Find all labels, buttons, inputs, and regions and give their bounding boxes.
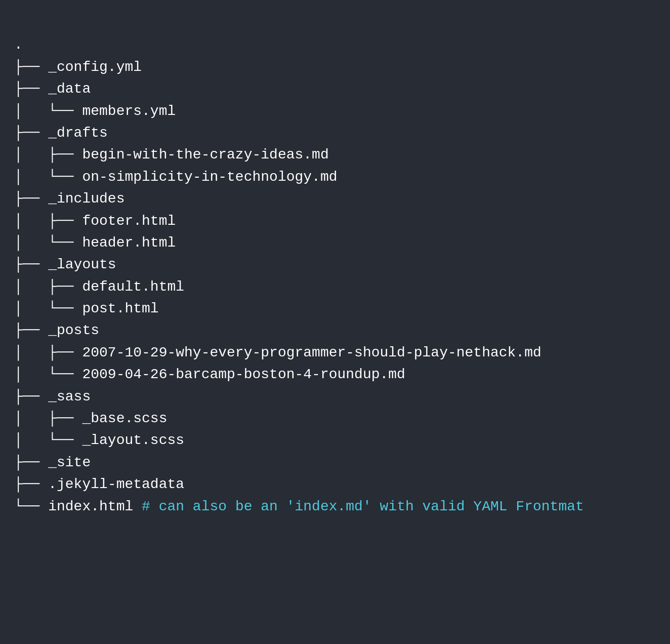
tree-item-base-scss: │ ├── _base.scss bbox=[14, 408, 670, 429]
tree-item-site-dir: ├── _site bbox=[14, 452, 670, 473]
tree-item-drafts-dir: ├── _drafts bbox=[14, 122, 670, 144]
tree-item-layouts-dir: ├── _layouts bbox=[14, 254, 670, 275]
tree-item-nethack-post: │ ├── 2007-10-29-why-every-programmer-sh… bbox=[14, 342, 670, 364]
tree-comment-index-html: # can also be an 'index.md' with valid Y… bbox=[133, 499, 584, 514]
tree-item-layout-scss: │ └── _layout.scss bbox=[14, 429, 670, 451]
tree-item-barcamp-post: │ └── 2009-04-26-barcamp-boston-4-roundu… bbox=[14, 364, 670, 385]
tree-item-includes-dir: ├── _includes bbox=[14, 188, 670, 210]
tree-item-data-dir: ├── _data bbox=[14, 78, 670, 100]
tree-item-default-html: │ ├── default.html bbox=[14, 276, 670, 298]
tree-item-config-yml: ├── _config.yml bbox=[14, 56, 670, 78]
tree-item-begin-with: │ ├── begin-with-the-crazy-ideas.md bbox=[14, 144, 670, 166]
tree-item-members-yml: │ └── members.yml bbox=[14, 100, 670, 122]
tree-item-index-html: └── index.html # can also be an 'index.m… bbox=[14, 496, 670, 517]
tree-item-posts-dir: ├── _posts bbox=[14, 319, 670, 341]
tree-item-header-html: │ └── header.html bbox=[14, 232, 670, 254]
tree-item-sass-dir: ├── _sass bbox=[14, 386, 670, 408]
tree-item-post-html: │ └── post.html bbox=[14, 298, 670, 319]
tree-item-footer-html: │ ├── footer.html bbox=[14, 210, 670, 232]
file-tree: .├── _config.yml├── _data│ └── members.y… bbox=[14, 12, 670, 517]
tree-item-jekyll-metadata: ├── .jekyll-metadata bbox=[14, 473, 670, 495]
tree-item-on-simplicity: │ └── on-simplicity-in-technology.md bbox=[14, 166, 670, 188]
tree-item-root-dot: . bbox=[14, 34, 670, 56]
